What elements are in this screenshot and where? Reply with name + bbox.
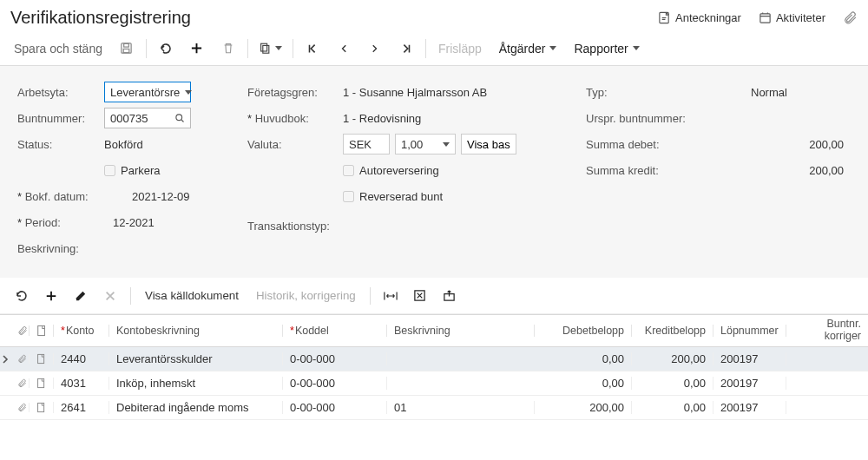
notes-button[interactable]: Anteckningar [658, 11, 741, 24]
row-doc-icon[interactable] [30, 378, 54, 389]
cell-account-desc: Leverantörsskulder [109, 352, 283, 365]
account-header[interactable]: Konto [54, 325, 109, 337]
import-icon [443, 289, 456, 302]
next-button[interactable] [359, 34, 391, 63]
post-date-label: Bokf. datum: [17, 190, 104, 203]
orig-batch-label: Urspr. buntnummer: [586, 112, 707, 125]
undo-button[interactable] [150, 34, 181, 63]
close-icon [104, 290, 116, 302]
last-button[interactable] [391, 34, 422, 63]
workspace-select[interactable]: Leverantörsre [104, 82, 191, 102]
page-title: Verifikationsregistrering [10, 8, 658, 28]
reversed-batch-label: Reverserad bunt [359, 190, 443, 203]
cell-account-desc: Inköp, inhemskt [109, 377, 283, 390]
attachments-button[interactable] [843, 10, 858, 25]
segment-header[interactable]: Koddel [283, 325, 387, 337]
sum-debit-label: Summa debet: [586, 138, 707, 151]
cell-seq: 200197 [713, 352, 786, 365]
svg-rect-6 [263, 45, 269, 53]
grid-edit-button[interactable] [66, 281, 95, 311]
svg-rect-2 [122, 43, 131, 53]
currency-rate-value: 1,00 [401, 138, 423, 151]
currency-label: Valuta: [247, 138, 343, 151]
calendar-icon [759, 11, 772, 24]
cell-description[interactable]: 01 [387, 401, 535, 414]
show-source-button[interactable]: Visa källdokument [136, 281, 247, 311]
svg-point-7 [176, 115, 182, 121]
cell-credit[interactable]: 200,00 [632, 352, 713, 365]
table-row[interactable]: 2440Leverantörsskulder0-00-0000,00200,00… [0, 347, 868, 371]
search-icon[interactable] [169, 113, 185, 123]
cell-credit[interactable]: 0,00 [632, 401, 713, 414]
batch-corr-header[interactable]: Buntnr. korriger [786, 319, 868, 343]
type-label: Typ: [586, 86, 707, 99]
svg-rect-12 [38, 378, 44, 387]
fit-columns-button[interactable] [376, 281, 405, 311]
save-button[interactable] [111, 34, 142, 63]
prev-button[interactable] [328, 34, 359, 63]
batch-input[interactable]: 000735 [104, 108, 191, 128]
currency-rate[interactable]: 1,00 [395, 134, 456, 154]
row-attach-icon[interactable] [10, 403, 30, 412]
cell-segment[interactable]: 0-00-000 [283, 377, 387, 390]
export-excel-icon [413, 289, 426, 302]
park-checkbox [104, 165, 115, 176]
cell-segment[interactable]: 0-00-000 [283, 401, 387, 414]
seq-header[interactable]: Löpnummer [713, 325, 786, 337]
cell-seq: 200197 [713, 377, 786, 390]
current-row-indicator [0, 347, 10, 371]
account-desc-header[interactable]: Kontobeskrivning [109, 325, 283, 337]
chevron-down-icon [443, 142, 450, 147]
auto-reverse-checkbox [343, 165, 354, 176]
reports-menu[interactable]: Rapporter [565, 34, 648, 63]
grid-add-button[interactable] [36, 281, 66, 311]
sum-credit-label: Summa kredit: [586, 164, 707, 177]
plus-icon [45, 290, 57, 302]
copy-menu-button[interactable] [252, 34, 289, 63]
row-doc-icon[interactable] [30, 353, 54, 365]
debit-header[interactable]: Debetbelopp [535, 325, 632, 337]
first-icon [306, 43, 319, 55]
form-panel: Arbetsyta: Leverantörsre Buntnummer: 000… [0, 66, 868, 278]
import-button[interactable] [435, 281, 464, 311]
trash-icon [222, 42, 234, 55]
table-row[interactable]: 2641Debiterad ingående moms0-00-00001200… [0, 396, 868, 420]
descr-header[interactable]: Beskrivning [387, 325, 535, 337]
last-icon [400, 43, 412, 55]
cell-segment[interactable]: 0-00-000 [283, 352, 387, 365]
cell-credit[interactable]: 0,00 [632, 377, 713, 390]
cell-account[interactable]: 4031 [54, 377, 109, 390]
post-date-value: 2021-12-09 [104, 190, 221, 203]
cell-account[interactable]: 2641 [54, 401, 109, 414]
ledger-value: 1 - Redovisning [343, 112, 560, 125]
credit-header[interactable]: Kreditbelopp [632, 325, 713, 337]
table-row[interactable]: 4031Inköp, inhemskt0-00-0000,000,0020019… [0, 371, 868, 396]
details-grid[interactable]: Konto Kontobeskrivning Koddel Beskrivnin… [0, 314, 868, 420]
paperclip-icon [843, 10, 858, 25]
cell-seq: 200197 [713, 401, 786, 414]
chevron-left-icon [339, 43, 349, 55]
grid-refresh-button[interactable] [7, 281, 36, 311]
row-doc-icon[interactable] [30, 402, 54, 413]
cell-account[interactable]: 2440 [54, 352, 109, 365]
row-attach-icon[interactable] [10, 378, 30, 388]
actions-menu[interactable]: Åtgärder [490, 34, 566, 63]
add-button[interactable] [181, 34, 213, 63]
cell-debit[interactable]: 0,00 [535, 352, 632, 365]
save-close-button[interactable]: Spara och stäng [5, 34, 111, 63]
attach-col-header[interactable] [10, 325, 30, 336]
delete-button[interactable] [213, 34, 244, 63]
branch-value: 1 - Susanne Hjalmarsson AB [343, 86, 560, 99]
auto-reverse-label: Autoreversering [359, 164, 439, 177]
show-base-button[interactable]: Visa bas [461, 134, 516, 154]
currency-code[interactable]: SEK [343, 134, 390, 154]
branch-label: Företagsgren: [247, 86, 343, 99]
svg-rect-10 [38, 325, 45, 335]
cell-debit[interactable]: 0,00 [535, 377, 632, 390]
cell-debit[interactable]: 200,00 [535, 401, 632, 414]
export-button[interactable] [405, 281, 435, 311]
row-attach-icon[interactable] [10, 354, 30, 364]
activities-button[interactable]: Aktiviteter [759, 11, 825, 24]
doc-col-header[interactable] [30, 325, 54, 337]
first-button[interactable] [297, 34, 328, 63]
